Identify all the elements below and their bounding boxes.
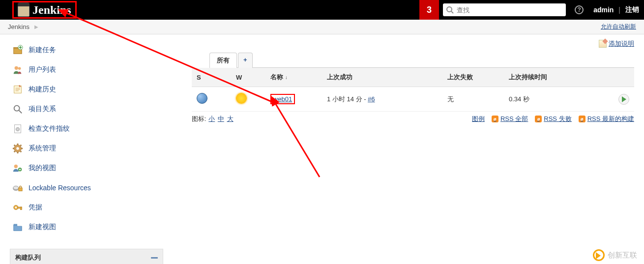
col-actions — [605, 68, 634, 87]
sidebar-item-manage[interactable]: 系统管理 — [10, 139, 163, 158]
table-row: web01 1 小时 14 分 - #6 无 0.34 秒 — [192, 87, 634, 112]
svg-point-19 — [16, 147, 19, 150]
sidebar-item-label: 构建历史 — [29, 85, 56, 94]
new-view-icon — [12, 221, 24, 233]
tab-all[interactable]: 所有 — [209, 53, 237, 68]
col-weather[interactable]: W — [231, 68, 265, 87]
weather-sunny-icon — [236, 93, 247, 104]
rss-icon: ⌀ — [579, 116, 585, 122]
rss-all-link[interactable]: ⌀RSS 全部 — [492, 115, 528, 123]
breadcrumb-bar: Jenkins ▶ 允许自动刷新 — [0, 20, 644, 34]
icon-size-large[interactable]: 大 — [227, 115, 234, 122]
last-duration-cell: 0.34 秒 — [504, 87, 605, 112]
sidebar-item-credentials[interactable]: 凭据 — [10, 198, 163, 217]
sidebar-item-label: 我的视图 — [29, 164, 56, 173]
history-icon — [12, 84, 24, 95]
job-name-link[interactable]: web01 — [270, 94, 295, 104]
jenkins-face-icon — [18, 3, 29, 17]
rss-failures-link[interactable]: ⌀RSS 失败 — [535, 115, 571, 123]
svg-rect-38 — [21, 207, 22, 210]
last-failure-cell: 无 — [442, 87, 504, 112]
rss-icon: ⌀ — [492, 116, 498, 122]
help-icon[interactable]: ? — [575, 5, 584, 14]
svg-rect-15 — [15, 125, 21, 133]
col-status[interactable]: S — [192, 68, 231, 87]
col-last-success[interactable]: 上次成功 — [322, 68, 442, 87]
sidebar-item-fingerprint[interactable]: 检查文件指纹 — [10, 119, 163, 139]
build-queue-panel: 构建队列 队列中没有构建任务 — [10, 249, 163, 264]
sidebar-item-new-item[interactable]: 新建任务 — [10, 40, 163, 60]
breadcrumb-item-jenkins[interactable]: Jenkins — [8, 23, 29, 30]
sidebar-item-relation[interactable]: 项目关系 — [10, 99, 163, 119]
svg-line-25 — [21, 151, 22, 152]
svg-point-7 — [15, 66, 18, 70]
icon-size-medium[interactable]: 中 — [218, 115, 224, 122]
user-link[interactable]: admin — [588, 6, 618, 14]
notification-badge[interactable]: 3 — [419, 0, 439, 20]
people-icon — [12, 64, 24, 76]
page-header: Jenkins 3 ? admin | 注销 — [0, 0, 644, 20]
fingerprint-icon — [12, 123, 24, 135]
gear-icon — [12, 143, 24, 154]
col-last-failure[interactable]: 上次失败 — [442, 68, 504, 87]
sidebar-item-label: 凭据 — [29, 203, 42, 212]
panel-title: 构建队列 — [15, 253, 41, 262]
sidebar-item-people[interactable]: 用户列表 — [10, 60, 163, 80]
col-last-duration[interactable]: 上次持续时间 — [504, 68, 605, 87]
watermark-logo-icon — [593, 249, 605, 261]
svg-line-24 — [14, 145, 15, 146]
svg-point-8 — [18, 67, 21, 70]
svg-point-33 — [13, 186, 19, 189]
logout-link[interactable]: 注销 — [620, 5, 644, 14]
col-name[interactable]: 名称 ↓ — [265, 68, 322, 87]
breadcrumb-arrow-icon: ▶ — [34, 24, 38, 29]
relation-icon — [12, 103, 24, 115]
watermark: 创新互联 — [593, 249, 637, 261]
build-link[interactable]: #6 — [368, 95, 375, 103]
add-description-label: 添加说明 — [609, 39, 634, 48]
view-tabs: 所有 + — [209, 52, 634, 68]
logo-text: Jenkins — [32, 3, 71, 17]
main-panel: 添加说明 所有 + S W 名称 ↓ 上次成功 上次失败 上次持续时间 — [167, 34, 644, 264]
add-description-link[interactable]: 添加说明 — [599, 39, 634, 48]
watermark-text: 创新互联 — [608, 251, 637, 260]
sidebar-item-label: 系统管理 — [29, 144, 56, 153]
legend-row: 图标: 小 中 大 图例 ⌀RSS 全部 ⌀RSS 失败 ⌀RSS 最新的构建 — [192, 115, 634, 123]
icon-size-small[interactable]: 小 — [208, 115, 215, 122]
rss-icon: ⌀ — [535, 116, 542, 122]
sidebar-item-label: 新建视图 — [29, 223, 56, 232]
new-item-icon — [12, 44, 24, 56]
svg-line-1 — [451, 11, 453, 13]
legend-link[interactable]: 图例 — [472, 115, 485, 123]
last-success-cell: 1 小时 14 分 - #6 — [322, 87, 442, 112]
credentials-icon — [12, 202, 24, 213]
search-icon — [446, 6, 454, 14]
sidebar: 新建任务 用户列表 构建历史 项目关系 检查文件指纹 系统管理 我的视图 Lo — [0, 34, 167, 264]
jenkins-logo-link[interactable]: Jenkins — [12, 1, 77, 19]
my-views-icon — [12, 162, 24, 174]
lockable-icon — [12, 182, 24, 194]
sidebar-item-my-views[interactable]: 我的视图 — [10, 158, 163, 178]
sidebar-item-new-view[interactable]: 新建视图 — [10, 217, 163, 237]
search-wrap — [443, 3, 566, 16]
notepad-icon — [599, 40, 607, 48]
schedule-build-button[interactable] — [618, 94, 629, 105]
svg-rect-34 — [19, 188, 22, 191]
svg-point-0 — [447, 7, 452, 12]
auto-refresh-link[interactable]: 允许自动刷新 — [601, 23, 636, 30]
status-ball-blue-icon — [197, 93, 207, 104]
build-queue-header: 构建队列 — [10, 249, 163, 264]
rss-latest-link[interactable]: ⌀RSS 最新的构建 — [579, 115, 634, 123]
icon-size-picker: 图标: 小 中 大 — [192, 115, 234, 123]
sidebar-item-label: 用户列表 — [29, 65, 56, 74]
svg-point-13 — [14, 106, 20, 111]
svg-point-36 — [15, 206, 17, 208]
sidebar-item-lockable[interactable]: Lockable Resources — [10, 178, 163, 198]
play-icon — [622, 96, 626, 102]
sidebar-item-label: 项目关系 — [29, 105, 56, 114]
search-input[interactable] — [454, 6, 563, 14]
collapse-icon[interactable] — [151, 257, 158, 259]
sidebar-item-label: Lockable Resources — [29, 184, 91, 192]
tab-new-view[interactable]: + — [238, 53, 253, 68]
sidebar-item-history[interactable]: 构建历史 — [10, 80, 163, 99]
